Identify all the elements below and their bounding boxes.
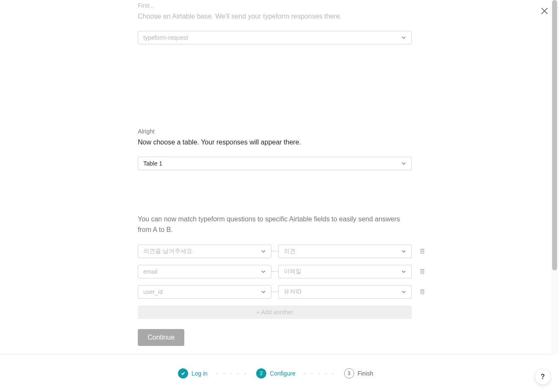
- section-choose-base: First... Choose an Airtable base. We'll …: [138, 0, 412, 44]
- footer-stepper: Log in - - - - - 2 Configure - - - - - 3…: [0, 354, 551, 392]
- trash-icon: [419, 289, 426, 295]
- delete-row-button[interactable]: [419, 268, 426, 275]
- delete-row-button[interactable]: [419, 248, 426, 255]
- trash-icon: [419, 268, 426, 275]
- section-pre: First...: [138, 2, 412, 9]
- table-dropdown[interactable]: Table 1: [138, 157, 412, 170]
- mapping-connector: [271, 271, 278, 272]
- chevron-down-icon: [401, 269, 406, 274]
- field-dropdown[interactable]: 의견: [278, 245, 412, 258]
- dropdown-value: 의견: [284, 248, 295, 255]
- dropdown-value: typeform-request: [143, 34, 188, 41]
- dropdown-value: user_id: [143, 289, 163, 295]
- step-separator: - - - - -: [304, 370, 336, 377]
- step-label: Log in: [191, 370, 208, 377]
- scrollbar-thumb[interactable]: [552, 0, 557, 270]
- chevron-down-icon: [401, 161, 406, 166]
- step-label: Finish: [358, 370, 373, 377]
- question-dropdown[interactable]: user_id: [138, 285, 271, 299]
- mapping-row: user_id 유저ID: [138, 285, 412, 299]
- step-label: Configure: [270, 370, 295, 377]
- close-icon: [540, 7, 549, 15]
- chevron-down-icon: [401, 249, 406, 254]
- step-circle-check: [178, 368, 188, 378]
- chevron-down-icon: [401, 35, 406, 40]
- check-icon: [181, 371, 186, 376]
- continue-button[interactable]: Continue: [138, 329, 184, 346]
- dropdown-value: email: [143, 268, 157, 275]
- mapping-connector: [271, 291, 278, 292]
- question-dropdown[interactable]: 의견을 남겨주세요.: [138, 245, 271, 258]
- section-choose-table: Alright Now choose a table. Your respons…: [138, 128, 412, 170]
- mapping-row: 의견을 남겨주세요. 의견: [138, 245, 412, 258]
- close-button[interactable]: [540, 7, 549, 15]
- question-dropdown[interactable]: email: [138, 265, 271, 278]
- base-dropdown[interactable]: typeform-request: [138, 31, 412, 44]
- step-separator: - - - - -: [216, 370, 248, 377]
- chevron-down-icon: [401, 289, 406, 294]
- scrollbar-track[interactable]: [551, 0, 558, 354]
- field-dropdown[interactable]: 이메일: [278, 265, 412, 278]
- mapping-connector: [271, 251, 278, 251]
- chevron-down-icon: [261, 289, 266, 294]
- dropdown-value: 의견을 남겨주세요.: [143, 248, 194, 255]
- step-configure[interactable]: 2 Configure: [256, 368, 295, 378]
- add-another-button[interactable]: + Add another: [138, 305, 412, 319]
- section-title: Now choose a table. Your responses will …: [138, 137, 412, 147]
- step-circle-number: 3: [344, 368, 354, 378]
- trash-icon: [419, 248, 426, 255]
- section-pre: Alright: [138, 128, 412, 135]
- help-button[interactable]: ?: [535, 369, 550, 384]
- step-finish[interactable]: 3 Finish: [344, 368, 373, 378]
- step-login[interactable]: Log in: [178, 368, 208, 378]
- dropdown-value: 유저ID: [284, 288, 301, 296]
- section-mapping: You can now match typeform questions to …: [138, 214, 412, 346]
- delete-row-button[interactable]: [419, 289, 426, 295]
- chevron-down-icon: [261, 269, 266, 274]
- mapping-row: email 이메일: [138, 265, 412, 278]
- step-circle-number: 2: [256, 368, 266, 378]
- dropdown-value: Table 1: [143, 160, 162, 167]
- dropdown-value: 이메일: [284, 268, 301, 275]
- field-dropdown[interactable]: 유저ID: [278, 285, 412, 299]
- section-title: Choose an Airtable base. We'll send your…: [138, 11, 412, 22]
- chevron-down-icon: [261, 249, 266, 254]
- mapping-description: You can now match typeform questions to …: [138, 214, 412, 235]
